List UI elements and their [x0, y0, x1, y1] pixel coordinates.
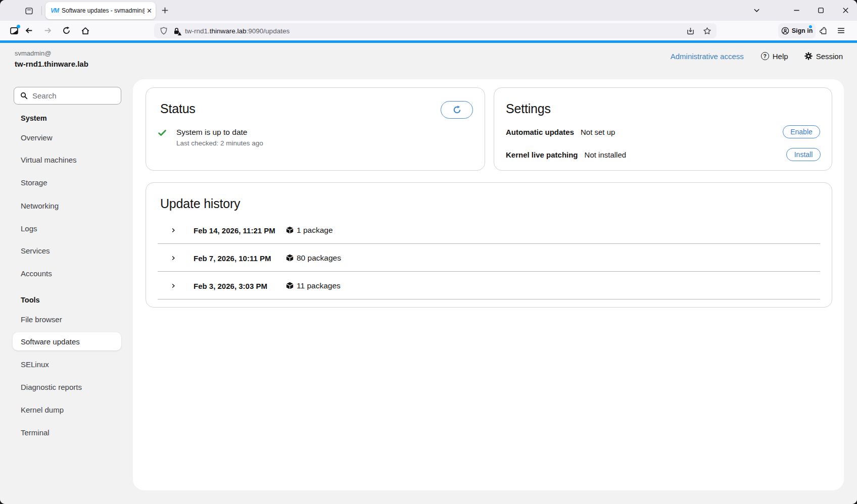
forward-button[interactable]	[43, 26, 52, 37]
signin-button[interactable]: Sign in	[778, 23, 816, 38]
sidebar-item-networking[interactable]: Networking	[13, 196, 121, 215]
firefox-view-button[interactable]	[22, 4, 35, 17]
notification-dot	[17, 25, 20, 28]
tab-close-icon[interactable]: ✕	[147, 8, 152, 14]
enable-button[interactable]: Enable	[783, 125, 820, 138]
firefox-view-sidebar-icon[interactable]	[10, 26, 19, 37]
sidebar-item-terminal[interactable]: Terminal	[13, 423, 121, 441]
gear-icon	[804, 52, 813, 60]
status-row: System is up to date Last checked: 2 min…	[158, 127, 263, 147]
sidebar-item-file-browser[interactable]: File browser	[13, 310, 121, 328]
new-tab-button[interactable]	[161, 6, 169, 17]
header-actions: Administrative access ? Help	[671, 49, 843, 63]
expand-chevron-icon[interactable]	[171, 227, 176, 233]
url-text: tw-rnd1.thinware.lab:9090/updates	[185, 27, 686, 35]
extensions-icon[interactable]	[819, 26, 827, 37]
sidebar-item-kernel-dump[interactable]: Kernel dump	[13, 400, 121, 419]
settings-card: Settings Automatic updates Not set up En…	[494, 87, 832, 171]
menu-hamburger-icon[interactable]	[837, 26, 845, 37]
expand-chevron-icon[interactable]	[171, 255, 176, 261]
help-icon: ?	[761, 52, 769, 60]
package-icon	[286, 226, 294, 234]
active-tab[interactable]: VM Software updates - svmadmin@ ✕	[45, 2, 156, 19]
window-maximize-button[interactable]	[817, 7, 825, 16]
url-bar[interactable]: tw-rnd1.thinware.lab:9090/updates	[154, 23, 717, 38]
history-date: Feb 7, 2026, 10:11 PM	[194, 254, 271, 262]
tab-title: Software updates - svmadmin@	[62, 7, 145, 14]
home-button[interactable]	[81, 26, 90, 37]
search-icon	[20, 92, 28, 99]
reload-button[interactable]	[62, 26, 71, 37]
browser-window: VM Software updates - svmadmin@ ✕	[0, 0, 857, 504]
lock-insecure-icon[interactable]	[173, 27, 180, 35]
signin-label: Sign in	[792, 27, 813, 34]
search-input[interactable]: Search	[14, 87, 121, 105]
sidebar-item-storage[interactable]: Storage	[13, 173, 121, 191]
window-close-button[interactable]	[842, 7, 849, 16]
shield-icon[interactable]	[160, 27, 168, 35]
tab-bar: VM Software updates - svmadmin@ ✕	[0, 0, 857, 21]
settings-card-title: Settings	[506, 103, 551, 115]
help-menu[interactable]: ? Help	[761, 52, 788, 61]
sidebar-section-tools: Tools	[21, 295, 40, 305]
session-menu[interactable]: Session	[804, 52, 843, 61]
back-button[interactable]	[25, 26, 33, 37]
history-row[interactable]: Feb 3, 2026, 3:03 PM 11 packages	[158, 272, 820, 299]
history-packages: 11 packages	[286, 281, 341, 290]
sidebar-item-selinux[interactable]: SELinux	[13, 355, 121, 373]
administrative-access-link[interactable]: Administrative access	[671, 52, 744, 61]
history-row[interactable]: Feb 14, 2026, 11:21 PM 1 package	[158, 217, 820, 244]
setting-value: Not set up	[581, 128, 615, 136]
expand-chevron-icon[interactable]	[171, 283, 176, 288]
sidebar-item-diagnostic-reports[interactable]: Diagnostic reports	[13, 378, 121, 396]
setting-label: Automatic updates	[506, 128, 574, 136]
refresh-button[interactable]	[441, 101, 473, 119]
history-row[interactable]: Feb 7, 2026, 10:11 PM 80 packages	[158, 244, 820, 272]
navigation-toolbar: tw-rnd1.thinware.lab:9090/updates Sign i…	[0, 21, 857, 40]
search-placeholder: Search	[32, 91, 57, 100]
sidebar-item-services[interactable]: Services	[13, 241, 121, 260]
main-panel: Status System is up to date Last checked…	[133, 79, 844, 490]
refresh-icon	[453, 106, 461, 114]
setting-value: Not installed	[585, 150, 627, 159]
setting-label: Kernel live patching	[506, 150, 578, 159]
package-icon	[286, 254, 294, 262]
status-card: Status System is up to date Last checked…	[146, 87, 485, 171]
package-icon	[286, 282, 294, 289]
bookmark-star-icon[interactable]	[703, 27, 711, 35]
list-tabs-icon[interactable]	[753, 7, 760, 16]
setting-row-automatic-updates: Automatic updates Not set up Enable	[506, 125, 820, 138]
tab-favicon: VM	[51, 7, 59, 14]
sidebar-item-logs[interactable]: Logs	[13, 219, 121, 237]
check-icon	[158, 128, 167, 137]
history-date: Feb 3, 2026, 3:03 PM	[194, 281, 267, 290]
sidebar-section-system: System	[21, 113, 47, 123]
sidebar-item-virtual-machines[interactable]: Virtual machines	[13, 150, 121, 169]
status-message: System is up to date	[176, 127, 263, 137]
status-card-title: Status	[160, 103, 196, 115]
history-packages: 80 packages	[286, 254, 341, 263]
install-button[interactable]: Install	[786, 148, 821, 161]
history-date: Feb 14, 2026, 11:21 PM	[194, 226, 275, 234]
history-card-title: Update history	[160, 197, 240, 210]
setting-row-kernel-live-patching: Kernel live patching Not installed Insta…	[506, 148, 820, 161]
tab-divider	[41, 6, 42, 15]
sidebar-item-overview[interactable]: Overview	[13, 128, 121, 146]
history-packages: 1 package	[286, 226, 333, 235]
signin-notification-dot	[809, 25, 812, 28]
sidebar-item-software-updates[interactable]: Software updates	[13, 332, 121, 350]
update-history-card: Update history Feb 14, 2026, 11:21 PM 1 …	[146, 182, 832, 308]
sidebar-item-accounts[interactable]: Accounts	[13, 264, 121, 282]
status-last-checked: Last checked: 2 minutes ago	[176, 139, 263, 147]
save-page-icon[interactable]	[686, 27, 695, 35]
window-minimize-button[interactable]	[793, 7, 800, 16]
cockpit-page: svmadmin@ tw-rnd1.thinware.lab Administr…	[0, 43, 857, 504]
sidebar: Search System Overview Virtual machines …	[0, 43, 133, 504]
